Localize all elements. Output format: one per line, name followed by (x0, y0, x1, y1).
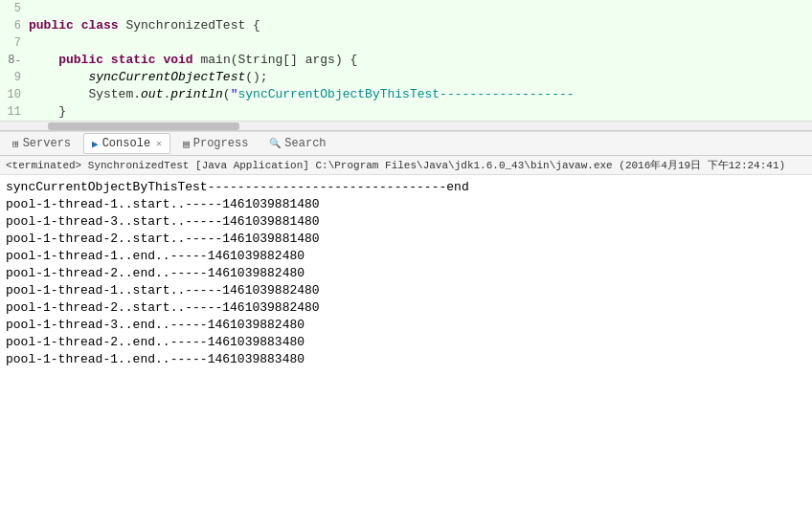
search-icon: 🔍 (269, 138, 281, 149)
tab-progress[interactable]: ▤ Progress (174, 133, 257, 154)
servers-icon: ⊞ (12, 138, 19, 150)
tab-bar: ⊞ Servers ▶ Console ✕ ▤ Progress 🔍 Searc… (0, 131, 812, 156)
tab-console-label: Console (102, 137, 150, 150)
code-content: 5 6 public class SynchronizedTest { 7 8-… (0, 0, 812, 121)
line-number-9: 9 (0, 69, 29, 86)
console-line: pool-1-thread-1..end..-----1461039883480 (6, 351, 806, 368)
progress-icon: ▤ (183, 138, 190, 150)
tab-servers-label: Servers (23, 137, 71, 150)
line-number-8: 8- (0, 52, 29, 69)
console-line: pool-1-thread-2..end..-----1461039882480 (6, 265, 806, 282)
code-line-10: 10 System.out.println("syncCurrentObject… (0, 86, 812, 103)
console-line: pool-1-thread-2..end..-----1461039883480 (6, 334, 806, 351)
line-number-11: 11 (0, 103, 29, 121)
console-output[interactable]: syncCurrentObjectByThisTest-------------… (0, 175, 812, 530)
console-status-bar: <terminated> SynchronizedTest [Java Appl… (0, 156, 812, 175)
code-line-8: 8- public static void main(String[] args… (0, 52, 812, 69)
console-icon: ▶ (92, 138, 99, 150)
line-number-7: 7 (0, 34, 29, 52)
console-line: pool-1-thread-1..start..-----14610398814… (6, 196, 806, 213)
scrollbar-thumb[interactable] (48, 122, 239, 130)
tab-search-label: Search (284, 137, 326, 150)
line-content-6: public class SynchronizedTest { (29, 17, 812, 34)
console-area: <terminated> SynchronizedTest [Java Appl… (0, 156, 812, 530)
code-line-11: 11 } (0, 103, 812, 121)
console-close-icon[interactable]: ✕ (156, 138, 162, 149)
tab-progress-label: Progress (193, 137, 249, 150)
console-line: pool-1-thread-3..start..-----14610398814… (6, 213, 806, 231)
horizontal-scrollbar[interactable] (0, 121, 812, 130)
line-number-10: 10 (0, 86, 29, 103)
code-line-6: 6 public class SynchronizedTest { (0, 17, 812, 34)
line-number-6: 6 (0, 17, 29, 34)
line-content-11: } (29, 103, 812, 121)
console-line: pool-1-thread-1..start..-----14610398824… (6, 282, 806, 299)
code-line-9: 9 syncCurrentObjectTest(); (0, 69, 812, 86)
line-content-8: public static void main(String[] args) { (29, 52, 812, 69)
tab-servers[interactable]: ⊞ Servers (4, 133, 79, 154)
console-line: syncCurrentObjectByThisTest-------------… (6, 179, 806, 196)
console-line: pool-1-thread-2..start..-----14610398814… (6, 231, 806, 248)
console-line: pool-1-thread-3..end..-----1461039882480 (6, 317, 806, 334)
tab-console[interactable]: ▶ Console ✕ (83, 133, 170, 154)
tab-search[interactable]: 🔍 Search (260, 133, 334, 154)
code-line-7: 7 (0, 34, 812, 52)
console-line: pool-1-thread-1..end..-----1461039882480 (6, 248, 806, 265)
code-line-5: 5 (0, 0, 812, 17)
console-status-text: <terminated> SynchronizedTest [Java Appl… (6, 160, 785, 171)
code-editor: 5 6 public class SynchronizedTest { 7 8-… (0, 0, 812, 131)
line-content-9: syncCurrentObjectTest(); (29, 69, 812, 86)
console-line: pool-1-thread-2..start..-----14610398824… (6, 299, 806, 317)
line-number-5: 5 (0, 0, 29, 17)
line-content-10: System.out.println("syncCurrentObjectByT… (29, 86, 812, 103)
